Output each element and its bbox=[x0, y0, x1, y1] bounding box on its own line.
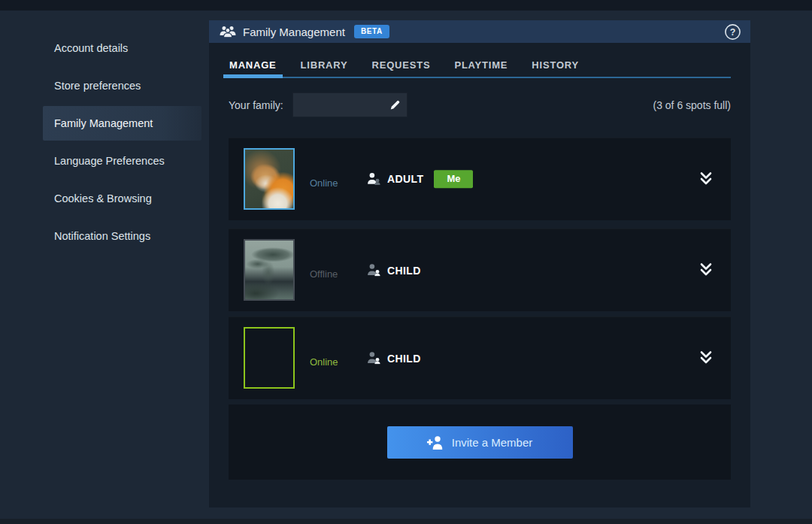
manage-tab-content: MANAGE LIBRARY REQUESTS PLAYTIME HISTORY… bbox=[209, 43, 750, 507]
me-badge: Me bbox=[434, 170, 473, 188]
tab-playtime[interactable]: PLAYTIME bbox=[448, 55, 514, 78]
family-management-panel: Family Management BETA ? MANAGE LIBRARY … bbox=[209, 20, 750, 507]
spots-counter: (3 of 6 spots full) bbox=[653, 99, 732, 111]
pencil-icon[interactable] bbox=[389, 98, 402, 112]
child-role-icon bbox=[367, 264, 380, 277]
sidebar-item-notification-settings[interactable]: Notification Settings bbox=[43, 219, 201, 253]
sidebar-item-store-preferences[interactable]: Store preferences bbox=[43, 68, 201, 103]
invite-panel: Invite a Member bbox=[229, 404, 731, 480]
top-strip bbox=[0, 0, 812, 11]
bottom-strip bbox=[0, 519, 812, 524]
sidebar-item-family-management[interactable]: Family Management bbox=[43, 106, 201, 141]
beta-badge: BETA bbox=[354, 25, 389, 38]
sidebar-item-cookies-browsing[interactable]: Cookies & Browsing bbox=[43, 181, 201, 216]
family-member-row: Online CHILD bbox=[229, 317, 731, 399]
family-tabs: MANAGE LIBRARY REQUESTS PLAYTIME HISTORY bbox=[223, 43, 731, 78]
member-role: CHILD bbox=[367, 264, 421, 277]
member-status: Online bbox=[310, 177, 338, 189]
member-role-label: ADULT bbox=[387, 173, 423, 185]
tab-requests[interactable]: REQUESTS bbox=[365, 55, 436, 78]
member-role-label: CHILD bbox=[387, 352, 421, 364]
member-avatar[interactable] bbox=[244, 327, 295, 389]
panel-title: Family Management bbox=[243, 26, 345, 38]
sidebar-item-account-details[interactable]: Account details bbox=[43, 31, 201, 65]
member-avatar[interactable] bbox=[244, 239, 295, 301]
family-member-row: Offline CHILD bbox=[229, 229, 731, 311]
sidebar-item-language-preferences[interactable]: Language Preferences bbox=[43, 144, 201, 178]
panel-header: Family Management BETA ? bbox=[209, 20, 750, 43]
adult-role-icon bbox=[367, 173, 380, 186]
expand-chevron-icon[interactable] bbox=[700, 263, 712, 277]
tab-manage[interactable]: MANAGE bbox=[223, 55, 283, 78]
family-name-label: Your family: bbox=[229, 99, 283, 111]
expand-chevron-icon[interactable] bbox=[700, 351, 712, 365]
member-avatar[interactable] bbox=[244, 148, 295, 210]
family-name-bar: Your family: (3 of 6 spots full) bbox=[229, 92, 731, 117]
expand-chevron-icon[interactable] bbox=[700, 172, 712, 186]
add-person-icon bbox=[427, 435, 444, 450]
member-role: CHILD bbox=[367, 352, 421, 365]
invite-member-button[interactable]: Invite a Member bbox=[387, 426, 573, 459]
svg-text:?: ? bbox=[729, 26, 735, 37]
family-name-input-wrap bbox=[292, 92, 408, 117]
question-circle-icon[interactable]: ? bbox=[723, 23, 741, 41]
steam-account-settings-page: Account details Store preferences Family… bbox=[0, 0, 812, 524]
tab-history[interactable]: HISTORY bbox=[526, 55, 585, 78]
member-status: Offline bbox=[310, 268, 338, 280]
family-member-row: Online ADULT Me bbox=[229, 138, 731, 220]
invite-member-label: Invite a Member bbox=[452, 436, 533, 449]
child-role-icon bbox=[367, 352, 380, 365]
member-status: Online bbox=[310, 356, 338, 368]
member-role-label: CHILD bbox=[387, 264, 421, 276]
family-group-icon bbox=[220, 26, 236, 38]
tab-library[interactable]: LIBRARY bbox=[295, 55, 354, 78]
member-role: ADULT Me bbox=[367, 170, 473, 188]
settings-sidebar: Account details Store preferences Family… bbox=[0, 11, 209, 524]
